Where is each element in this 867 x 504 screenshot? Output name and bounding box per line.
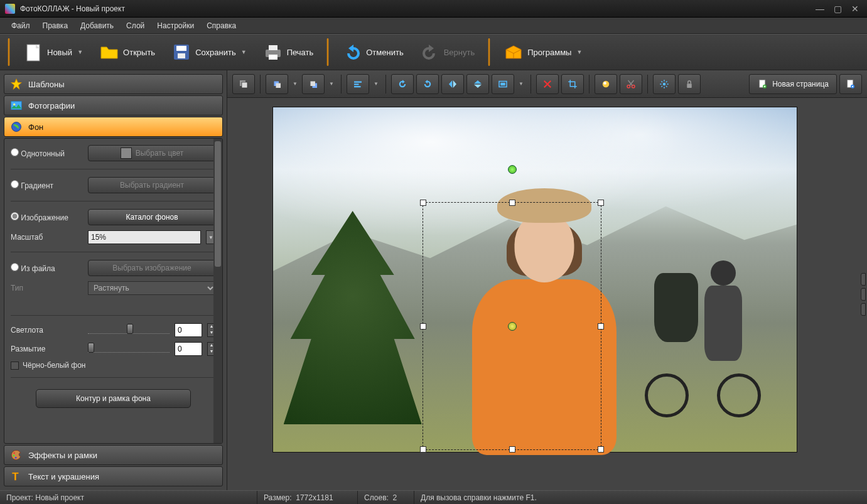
center-handle[interactable]	[508, 322, 517, 331]
svg-point-12	[13, 455, 15, 457]
text-icon: T	[9, 469, 23, 483]
blur-value[interactable]: 0	[175, 342, 202, 356]
fit-button[interactable]	[492, 74, 514, 94]
catalog-button[interactable]: Каталог фонов	[88, 209, 216, 225]
rotate-right-button[interactable]	[416, 74, 439, 94]
svg-point-13	[15, 457, 17, 459]
globe-icon	[9, 120, 23, 134]
menu-bar: Файл Правка Добавить Слой Настройки Спра…	[0, 18, 867, 34]
flyout-tabs[interactable]	[861, 273, 867, 316]
brightness-slider[interactable]	[88, 326, 170, 334]
open-button[interactable]: Открыть	[92, 39, 162, 65]
save-button[interactable]: Сохранить ▼	[164, 39, 254, 65]
scale-label: Масштаб	[11, 233, 83, 242]
resize-handle-w[interactable]	[420, 323, 426, 330]
close-button[interactable]: ✕	[848, 4, 862, 14]
sidebar-item-text[interactable]: T Текст и украшения	[4, 466, 223, 486]
minimize-button[interactable]: —	[813, 4, 827, 14]
new-page-button[interactable]: Новая страница	[749, 74, 837, 94]
new-file-icon	[23, 42, 43, 62]
svg-rect-6	[269, 45, 277, 50]
canvas[interactable]	[227, 98, 867, 490]
menu-layer[interactable]: Слой	[120, 19, 151, 33]
align-button[interactable]	[347, 74, 369, 94]
save-icon	[171, 42, 191, 62]
resize-handle-nw[interactable]	[420, 200, 426, 206]
chevron-down-icon[interactable]: ▼	[517, 81, 525, 87]
sidebar-item-templates[interactable]: Шаблоны	[4, 74, 223, 94]
contour-frame-button[interactable]: Контур и рамка фона	[36, 389, 191, 408]
radio-gradient[interactable]: Градиент	[11, 180, 83, 190]
svg-rect-18	[276, 83, 281, 88]
page-add-icon	[757, 78, 768, 90]
selection-box[interactable]	[423, 202, 601, 450]
svg-point-30	[663, 82, 666, 85]
lock-button[interactable]	[678, 74, 701, 94]
chevron-down-icon: ▼	[77, 49, 83, 55]
resize-handle-sw[interactable]	[420, 446, 426, 453]
layer-up-button[interactable]	[266, 74, 288, 94]
svg-rect-20	[311, 81, 316, 86]
status-size-label: Размер:	[264, 493, 292, 502]
artboard[interactable]	[272, 107, 797, 453]
radio-image[interactable]: Изображение	[11, 212, 83, 222]
blur-slider[interactable]	[88, 345, 170, 353]
chevron-down-icon[interactable]: ▼	[372, 81, 380, 87]
maximize-button[interactable]: ▢	[831, 4, 844, 14]
chevron-down-icon[interactable]: ▼	[291, 81, 299, 87]
window-title: ФотоКОЛЛАЖ - Новый проект	[20, 4, 813, 13]
sidebar-item-background[interactable]: Фон	[4, 117, 223, 137]
status-project-label: Проект:	[6, 493, 33, 502]
flip-v-button[interactable]	[466, 74, 489, 94]
radio-from-file[interactable]: Из файла	[11, 263, 83, 273]
menu-file[interactable]: Файл	[5, 19, 36, 33]
status-layers-value: 2	[393, 493, 397, 502]
choose-color-button[interactable]: Выбрать цвет	[88, 145, 216, 161]
layer-down-button[interactable]	[302, 74, 325, 94]
radio-solid[interactable]: Однотонный	[11, 148, 83, 158]
bring-front-button[interactable]	[232, 74, 255, 94]
undo-button[interactable]: Отменить	[335, 39, 410, 65]
panel-scrollbar[interactable]	[213, 139, 222, 443]
choose-image-button[interactable]: Выбрать изображение	[88, 260, 216, 276]
resize-handle-ne[interactable]	[598, 200, 604, 206]
svg-text:T: T	[12, 471, 18, 483]
choose-gradient-button[interactable]: Выбрать градиент	[88, 177, 216, 193]
background-panel: Однотонный Выбрать цвет Градиент Выбрать…	[4, 138, 223, 444]
sidebar-item-photos[interactable]: Фотографии	[4, 95, 223, 115]
menu-help[interactable]: Справка	[200, 19, 242, 33]
magic-button[interactable]	[595, 74, 617, 94]
brightness-value[interactable]: 0	[175, 323, 202, 337]
new-button[interactable]: Новый ▼	[16, 39, 90, 65]
sidebar: Шаблоны Фотографии Фон Однотонный Выбрат…	[0, 70, 227, 490]
flip-h-button[interactable]	[441, 74, 464, 94]
photo-icon	[9, 99, 23, 112]
svg-rect-21	[354, 81, 362, 82]
bw-checkbox[interactable]: Чёрно-белый фон	[11, 361, 216, 370]
status-size-value: 1772x1181	[296, 493, 333, 502]
rotate-left-button[interactable]	[391, 74, 414, 94]
printer-icon	[263, 42, 283, 62]
redo-button[interactable]: Вернуть	[413, 39, 482, 65]
cut-button[interactable]	[620, 74, 642, 94]
settings-button[interactable]	[653, 74, 676, 94]
resize-handle-s[interactable]	[509, 446, 515, 453]
menu-add[interactable]: Добавить	[74, 19, 120, 33]
menu-edit[interactable]: Правка	[36, 19, 75, 33]
crop-button[interactable]	[561, 74, 584, 94]
resize-handle-se[interactable]	[598, 446, 604, 453]
box-icon	[504, 42, 524, 62]
delete-button[interactable]	[536, 74, 559, 94]
resize-handle-n[interactable]	[509, 200, 515, 206]
rotate-handle[interactable]	[508, 165, 517, 174]
resize-handle-e[interactable]	[598, 323, 604, 330]
title-bar: ФотоКОЛЛАЖ - Новый проект — ▢ ✕	[0, 0, 867, 18]
page-settings-button[interactable]	[839, 74, 862, 94]
chevron-down-icon[interactable]: ▼	[327, 81, 336, 87]
programs-button[interactable]: Программы ▼	[497, 39, 589, 65]
menu-settings[interactable]: Настройки	[151, 19, 200, 33]
sidebar-item-effects[interactable]: Эффекты и рамки	[4, 445, 223, 465]
brightness-label: Светлота	[11, 326, 83, 335]
print-button[interactable]: Печать	[256, 39, 321, 65]
scale-select[interactable]	[88, 230, 201, 244]
